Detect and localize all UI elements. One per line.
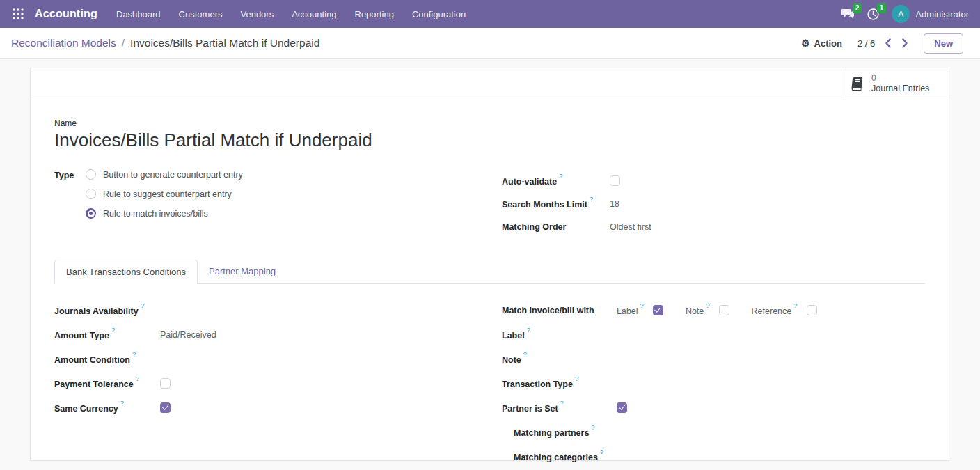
partner-is-set-checkbox[interactable] [617, 402, 627, 413]
record-name-input[interactable]: Invoices/Bills Partial Match if Underpai… [54, 130, 925, 151]
auto-validate-row: Auto-validate? [502, 169, 925, 192]
apps-menu-button[interactable] [8, 4, 28, 24]
bank-transactions-conditions-panel: Journals Availability? Amount Type? Paid… [54, 284, 925, 469]
journals-availability-label: Journals Availability? [54, 304, 160, 316]
journal-entries-stat-button[interactable]: 0 Journal Entries [841, 68, 949, 100]
type-group: Type Button to generate counterpart entr… [54, 169, 502, 238]
help-icon: ? [111, 326, 115, 334]
new-button[interactable]: New [924, 33, 963, 54]
menu-vendors[interactable]: Vendors [231, 2, 283, 26]
action-menu-button[interactable]: ⚙ Action [801, 38, 842, 49]
type-option-suggest-label: Rule to suggest counterpart entry [103, 189, 232, 199]
activities-button[interactable]: 1 [867, 8, 879, 20]
amount-type-label: Amount Type? [54, 329, 160, 340]
top-field-groups: Type Button to generate counterpart entr… [54, 169, 925, 238]
book-icon [849, 77, 865, 91]
partner-is-set-row: Partner is Set? [502, 395, 925, 420]
settings-group: Auto-validate? Search Months Limit? 18 M… [502, 169, 925, 238]
match-invoice-row: Match Invoice/bill with Label? Note? [502, 298, 925, 322]
radio-selected-icon[interactable] [86, 208, 96, 219]
journals-availability-row: Journals Availability? [54, 298, 502, 322]
help-icon: ? [640, 301, 644, 309]
top-navbar: Accounting Dashboard Customers Vendors A… [0, 0, 980, 28]
menu-dashboard[interactable]: Dashboard [107, 2, 170, 26]
match-note-checkbox[interactable] [719, 305, 729, 315]
partner-is-set-label: Partner is Set? [502, 402, 617, 414]
note-field-label: Note? [502, 353, 608, 365]
match-label-checkbox[interactable] [653, 305, 663, 315]
menu-reporting[interactable]: Reporting [346, 2, 403, 26]
type-option-suggest[interactable]: Rule to suggest counterpart entry [86, 189, 243, 199]
help-icon: ? [560, 399, 564, 407]
menu-accounting[interactable]: Accounting [283, 2, 345, 26]
matching-order-label: Matching Order [502, 222, 610, 232]
name-field-label: Name [54, 118, 925, 128]
button-box: 0 Journal Entries [31, 68, 949, 100]
help-icon: ? [793, 301, 797, 309]
help-icon: ? [706, 301, 709, 309]
tab-bank-transactions-conditions[interactable]: Bank Transactions Conditions [54, 260, 198, 284]
label-row: Label? [502, 322, 925, 347]
navbar-left: Accounting Dashboard Customers Vendors A… [8, 2, 475, 26]
help-icon: ? [527, 326, 530, 334]
help-icon: ? [590, 195, 593, 203]
help-icon: ? [591, 423, 594, 431]
breadcrumb-parent-link[interactable]: Reconciliation Models [11, 37, 116, 49]
type-option-match[interactable]: Rule to match invoices/bills [86, 208, 243, 219]
gear-icon: ⚙ [801, 38, 810, 49]
messages-button[interactable]: 2 [841, 8, 855, 19]
breadcrumb-current: Invoices/Bills Partial Match if Underpai… [130, 37, 319, 49]
conditions-right-column: Match Invoice/bill with Label? Note? [502, 298, 925, 469]
pager-next-button[interactable] [902, 38, 908, 48]
form-sheet: Name Invoices/Bills Partial Match if Und… [31, 100, 949, 469]
note-row: Note? [502, 347, 925, 371]
search-months-limit-label: Search Months Limit? [502, 198, 610, 210]
app-name[interactable]: Accounting [31, 8, 104, 20]
match-option-reference-text: Reference? [752, 304, 798, 316]
form-card: 0 Journal Entries Name Invoices/Bills Pa… [30, 68, 949, 461]
search-months-limit-input[interactable]: 18 [610, 199, 619, 209]
stat-text: 0 Journal Entries [871, 73, 929, 95]
type-option-generate[interactable]: Button to generate counterpart entry [86, 169, 243, 180]
type-field-label: Type [54, 169, 86, 219]
conditions-left-column: Journals Availability? Amount Type? Paid… [54, 298, 502, 469]
match-option-reference: Reference? [752, 304, 817, 316]
type-radio-options: Button to generate counterpart entry Rul… [86, 169, 243, 219]
matching-categories-label: Matching categories? [514, 451, 619, 462]
match-reference-checkbox[interactable] [807, 305, 817, 315]
help-icon: ? [141, 301, 144, 309]
tab-partner-mapping[interactable]: Partner Mapping [198, 260, 287, 284]
radio-unselected-icon[interactable] [86, 169, 96, 180]
notebook-tabs: Bank Transactions Conditions Partner Map… [54, 259, 925, 284]
user-menu[interactable]: A Administrator [892, 5, 969, 23]
help-icon: ? [132, 350, 136, 358]
transaction-type-label: Transaction Type? [502, 377, 608, 389]
pager-previous-button[interactable] [885, 38, 891, 48]
matching-order-select[interactable]: Oldest first [610, 222, 651, 232]
navbar-right: 2 1 A Administrator [841, 5, 969, 23]
transaction-type-row: Transaction Type? [502, 371, 925, 395]
radio-unselected-icon[interactable] [86, 189, 96, 199]
pager: 2 / 6 [858, 38, 908, 49]
same-currency-checkbox[interactable] [160, 402, 171, 413]
control-panel: Reconciliation Models / Invoices/Bills P… [0, 28, 980, 59]
menu-configuration[interactable]: Configuration [403, 2, 475, 26]
type-option-match-label: Rule to match invoices/bills [103, 209, 208, 219]
amount-type-select[interactable]: Paid/Received [160, 330, 216, 340]
type-option-generate-label: Button to generate counterpart entry [103, 170, 243, 180]
payment-tolerance-label: Payment Tolerance? [54, 377, 160, 389]
payment-tolerance-row: Payment Tolerance? [54, 371, 502, 395]
help-icon: ? [523, 350, 527, 358]
auto-validate-checkbox[interactable] [610, 175, 620, 186]
search-months-limit-row: Search Months Limit? 18 [502, 192, 925, 215]
user-name: Administrator [915, 9, 969, 19]
action-label: Action [814, 38, 842, 49]
menu-customers[interactable]: Customers [170, 2, 232, 26]
amount-condition-row: Amount Condition? [54, 347, 502, 371]
matching-order-row: Matching Order Oldest first [502, 215, 925, 238]
match-option-label-text: Label? [617, 304, 644, 316]
apps-grid-icon [12, 8, 24, 20]
matching-partners-label: Matching partners? [514, 426, 619, 438]
payment-tolerance-checkbox[interactable] [160, 378, 171, 389]
label-field-label: Label? [502, 329, 608, 340]
